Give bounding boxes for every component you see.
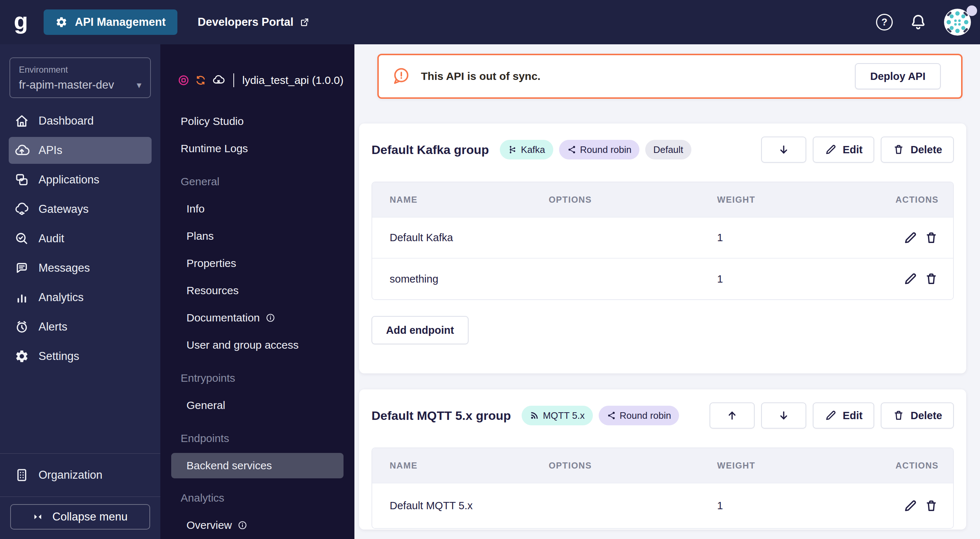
- api-menu-properties[interactable]: Properties: [171, 249, 344, 277]
- api-menu-overview[interactable]: Overview: [171, 511, 344, 539]
- button-label: Edit: [843, 410, 862, 422]
- sidebar-item-settings[interactable]: Settings: [9, 343, 151, 370]
- endpoint-name: something: [372, 258, 541, 299]
- menu-label: Backend services: [186, 460, 272, 472]
- collapse-menu-button[interactable]: Collapse menu: [10, 504, 150, 529]
- environment-selector[interactable]: Environment fr-apim-master-dev ▾: [10, 57, 151, 98]
- api-menu-policy-studio[interactable]: Policy Studio: [171, 108, 344, 135]
- banner-message: This API is out of sync.: [421, 70, 541, 82]
- developers-portal-link[interactable]: Developers Portal: [198, 16, 310, 29]
- sidebar-item-organization[interactable]: Organization: [9, 461, 151, 488]
- endpoint-weight: 1: [709, 258, 843, 299]
- avatar-status-badge: [967, 5, 977, 16]
- column-header-name: NAME: [372, 182, 541, 217]
- cloud-not-deployed-icon: [212, 74, 225, 87]
- api-menu-documentation[interactable]: Documentation: [171, 304, 344, 331]
- api-menu: Policy Studio Runtime Logs General Info …: [171, 108, 344, 539]
- sidebar-nav: Dashboard APIs Applications Gateways Aud…: [9, 108, 151, 372]
- api-menu-backend-services[interactable]: Backend services: [171, 453, 344, 478]
- move-group-up-button[interactable]: [710, 403, 755, 429]
- menu-label: Runtime Logs: [181, 143, 248, 155]
- environment-value: fr-apim-master-dev: [19, 78, 114, 92]
- column-header-name: NAME: [372, 448, 541, 483]
- sidebar-item-label: Audit: [38, 232, 64, 245]
- gravitee-logo[interactable]: g: [14, 10, 31, 33]
- api-menu-entrypoints-general[interactable]: General: [171, 392, 344, 419]
- api-menu-resources[interactable]: Resources: [171, 277, 344, 304]
- delete-endpoint-icon[interactable]: [924, 499, 939, 513]
- menu-label: Overview: [186, 519, 232, 531]
- delete-endpoint-icon[interactable]: [924, 231, 939, 245]
- endpoint-weight: 1: [709, 217, 843, 258]
- collapse-icon: [33, 513, 43, 521]
- edit-endpoint-icon[interactable]: [903, 499, 918, 513]
- endpoint-name: Default Kafka: [372, 217, 541, 258]
- move-group-down-button[interactable]: [761, 403, 806, 429]
- sidebar-item-gateways[interactable]: Gateways: [9, 196, 151, 223]
- external-link-icon: [299, 17, 310, 28]
- add-endpoint-button[interactable]: Add endpoint: [372, 316, 469, 344]
- sidebar-item-applications[interactable]: Applications: [9, 166, 151, 193]
- menu-label: Documentation: [186, 312, 260, 324]
- topbar: g API Management Developers Portal ?: [0, 0, 980, 44]
- column-header-actions: ACTIONS: [843, 448, 953, 483]
- button-label: Delete: [911, 410, 942, 422]
- menu-label: Info: [186, 203, 205, 215]
- move-group-down-button[interactable]: [761, 136, 806, 163]
- api-section-endpoints: Endpoints: [171, 425, 344, 452]
- edit-group-button[interactable]: Edit: [813, 136, 874, 163]
- edit-endpoint-icon[interactable]: [903, 231, 918, 245]
- alarm-clock-icon: [14, 319, 30, 334]
- sidebar-bottom: Organization Collapse menu: [9, 453, 151, 539]
- delete-endpoint-icon[interactable]: [924, 272, 939, 286]
- chevron-down-icon: ▾: [137, 79, 142, 91]
- sidebar-item-analytics[interactable]: Analytics: [9, 284, 151, 311]
- bar-chart-icon: [14, 290, 30, 305]
- badge-round-robin: Round robin: [559, 140, 640, 159]
- endpoints-table: NAME OPTIONS WEIGHT ACTIONS Default Kafk…: [372, 182, 954, 300]
- sidebar-item-messages[interactable]: Messages: [9, 255, 151, 282]
- menu-label: Resources: [186, 284, 239, 297]
- delete-group-button[interactable]: Delete: [881, 403, 954, 429]
- mqtt-icon: [530, 411, 539, 420]
- menu-label: Properties: [186, 257, 236, 270]
- divider: [0, 496, 160, 497]
- endpoints-table: NAME OPTIONS WEIGHT ACTIONS Default MQTT…: [372, 447, 954, 529]
- sidebar-item-label: APIs: [38, 144, 62, 157]
- sidebar-item-alerts[interactable]: Alerts: [9, 314, 151, 340]
- delete-group-button[interactable]: Delete: [881, 136, 954, 163]
- trash-icon: [892, 409, 905, 422]
- endpoint-options: [541, 258, 709, 299]
- api-management-button[interactable]: API Management: [44, 10, 177, 35]
- share-icon: [567, 145, 576, 154]
- badge-kafka: Kafka: [500, 140, 553, 159]
- gear-icon: [55, 16, 68, 29]
- user-avatar[interactable]: [943, 8, 971, 36]
- sidebar-item-apis[interactable]: APIs: [9, 137, 151, 164]
- help-icon[interactable]: ?: [876, 14, 893, 30]
- endpoint-options: [541, 217, 709, 258]
- deploy-api-button[interactable]: Deploy API: [855, 63, 941, 89]
- sidebar-item-audit[interactable]: Audit: [9, 225, 151, 252]
- api-menu-user-group-access[interactable]: User and group access: [171, 331, 344, 358]
- sidebar-item-label: Messages: [38, 262, 90, 274]
- developers-portal-label: Developers Portal: [198, 16, 294, 29]
- api-menu-info[interactable]: Info: [171, 195, 344, 222]
- table-row: Default MQTT 5.x 1: [372, 483, 953, 528]
- gateway-cloud-icon: [14, 201, 30, 217]
- badge-round-robin: Round robin: [599, 406, 679, 425]
- endpoint-group-card-mqtt: Default MQTT 5.x group MQTT 5.x Round ro…: [359, 389, 966, 529]
- api-menu-plans[interactable]: Plans: [171, 222, 344, 249]
- button-label: Edit: [843, 144, 862, 156]
- edit-group-button[interactable]: Edit: [813, 403, 874, 429]
- sidebar-item-label: Alerts: [38, 320, 67, 333]
- table-row: Default Kafka 1: [372, 217, 953, 258]
- warning-bubble-icon: [391, 67, 411, 86]
- sidebar-item-dashboard[interactable]: Dashboard: [9, 108, 151, 135]
- edit-endpoint-icon[interactable]: [903, 272, 918, 286]
- info-icon: [266, 313, 275, 323]
- api-menu-runtime-logs[interactable]: Runtime Logs: [171, 135, 344, 162]
- notifications-bell-icon[interactable]: [910, 13, 927, 31]
- group-title: Default Kafka group: [372, 143, 489, 157]
- badge-label: Kafka: [521, 144, 545, 155]
